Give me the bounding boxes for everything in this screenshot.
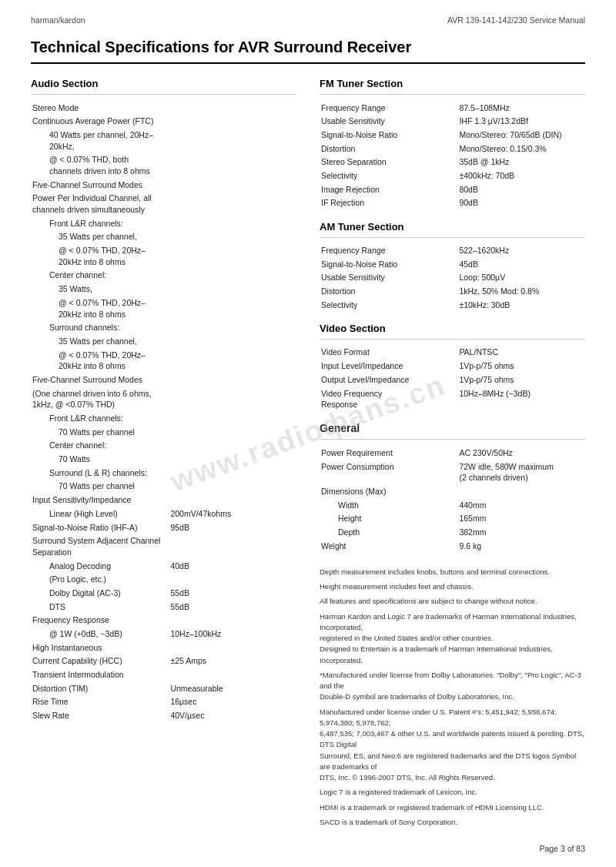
right-column: FM Tuner Section Frequency Range 87.5–10… <box>320 78 585 832</box>
spec-label: Surround (L & R) channels: <box>31 466 169 480</box>
table-row: 70 Watts per channel <box>31 425 296 439</box>
table-row: Five-Channel Surround Modes <box>31 373 296 387</box>
spec-label: @ < 0.07% THD, 20Hz–20kHz into 8 ohms <box>31 296 169 320</box>
left-column: Audio Section Stereo Mode Continuous Ave… <box>31 78 296 832</box>
table-row: Continuous Average Power (FTC) <box>31 115 296 129</box>
spec-label: Signal-to-Noise Ratio (IHF-A) <box>31 521 169 534</box>
table-row: 35 Watts per channel, <box>31 230 296 244</box>
spec-label: Surround System Adjacent Channel Separat… <box>31 534 169 559</box>
spec-value <box>169 244 296 269</box>
general-spec-table: Power Requirement AC 230V/50Hz Power Con… <box>320 446 585 553</box>
spec-label: @ < 0.07% THD, both channels driven into… <box>31 153 169 178</box>
spec-value <box>169 230 296 244</box>
spec-label: Dimensions (Max) <box>320 484 457 498</box>
spec-value: PAL/NTSC <box>457 346 585 360</box>
spec-label: Center channel: <box>31 269 169 283</box>
spec-label: Width <box>320 498 457 512</box>
table-row: Stereo Mode <box>31 101 296 115</box>
table-row: Center channel: <box>31 269 296 283</box>
spec-label: Surround channels: <box>31 321 169 335</box>
fm-tuner-spec-table: Frequency Range 87.5–108MHz Usable Sensi… <box>320 101 585 210</box>
spec-label: (One channel driven into 6 ohms, 1kHz, @… <box>31 387 169 411</box>
footnote-4: Harman Kardon and Logic 7 are trademarks… <box>320 611 585 666</box>
table-row: (Pro Logic, etc.) <box>31 573 296 587</box>
table-row: Distortion 1kHz, 50% Mod: 0.8% <box>320 285 585 299</box>
spec-value <box>169 115 296 129</box>
spec-label: Frequency Range <box>320 244 457 258</box>
spec-value <box>169 153 296 178</box>
spec-value: 9.6 kg <box>457 539 585 553</box>
footnote-5: *Manufactured under license from Dolby L… <box>320 670 585 703</box>
spec-label: @ < 0.07% THD, 20Hz–20kHz into 8 ohms <box>31 244 169 269</box>
page-header: harman/kardon AVR 139-141-142/230 Servic… <box>31 15 585 25</box>
table-row: DTS 55dB <box>31 600 296 614</box>
spec-value <box>169 269 296 283</box>
table-row: @ < 0.07% THD, 20Hz–20kHz into 8 ohms <box>31 296 296 320</box>
spec-label: 70 Watts <box>31 453 169 467</box>
table-row: Rise Time 16µsec <box>31 695 296 709</box>
table-row: Front L&R channels: <box>31 412 296 426</box>
spec-label: Analog Decoding <box>31 559 169 573</box>
video-spec-table: Video Format PAL/NTSC Input Level/Impeda… <box>320 346 585 411</box>
table-row: Usable Sensitivity Loop: 500µV <box>320 271 585 285</box>
spec-value: 90dB <box>457 196 585 210</box>
table-row: Current Capability (HCC) ±25 Amps <box>31 654 296 668</box>
table-row: Stereo Separation 35dB @ 1kHz <box>320 156 585 169</box>
footnote-7: Logic 7 is a registered trademark of Lex… <box>320 787 585 798</box>
table-row: Slew Rate 40V/µsec <box>31 709 296 723</box>
spec-value <box>169 101 296 115</box>
spec-label: Front L&R channels: <box>31 412 169 426</box>
spec-value <box>169 439 296 453</box>
spec-value <box>457 484 585 498</box>
spec-label: Front L&R channels: <box>31 216 169 230</box>
spec-value: 55dB <box>169 600 296 614</box>
table-row: @ < 0.07% THD, 20Hz–20kHz into 8 ohms <box>31 348 296 373</box>
spec-value: 45dB <box>457 257 585 271</box>
table-row: Output Level/Impedance 1Vp-p/75 ohms <box>320 373 585 387</box>
spec-value <box>169 614 296 628</box>
spec-value: Loop: 500µV <box>457 271 585 285</box>
table-row: Video FrequencyResponse 10Hz–8MHz (−3dB) <box>320 387 585 411</box>
page-number: Page 3 of 83 <box>539 844 585 853</box>
spec-label: 35 Watts per channel, <box>31 230 169 244</box>
table-row: Signal-to-Noise Ratio 45dB <box>320 257 585 271</box>
spec-value <box>169 412 296 426</box>
spec-label: High Instantaneous <box>31 641 169 654</box>
footnote-6: Manufactured under license under U.S. Pa… <box>320 707 585 784</box>
spec-value <box>169 216 296 230</box>
spec-value <box>169 573 296 587</box>
spec-label: 35 Watts per channel, <box>31 334 169 348</box>
page-footer: Page 3 of 83 <box>539 844 585 853</box>
footnote-2: Height measurement includes feet and cha… <box>320 581 585 592</box>
spec-label: 70 Watts per channel <box>31 425 169 439</box>
spec-label: Current Capability (HCC) <box>31 654 169 668</box>
spec-label: Signal-to-Noise Ratio <box>320 128 457 142</box>
table-row: Center channel: <box>31 439 296 453</box>
spec-value <box>169 178 296 192</box>
spec-value: ±400kHz: 70dB <box>457 169 585 182</box>
spec-value: 1kHz, 50% Mod: 0.8% <box>457 285 585 299</box>
spec-label: Selectivity <box>320 169 457 182</box>
spec-value <box>169 373 296 387</box>
spec-value <box>169 466 296 480</box>
page-title: Technical Specifications for AVR Surroun… <box>31 38 585 64</box>
table-row: Front L&R channels: <box>31 216 296 230</box>
table-row: Power Per Individual Channel, all channe… <box>31 192 296 216</box>
spec-label: Rise Time <box>31 695 169 709</box>
audio-section-title: Audio Section <box>31 78 296 89</box>
spec-value <box>169 348 296 373</box>
spec-label: Power Consumption <box>320 460 457 484</box>
footnote-8: HDMI is a trademark or registered tradem… <box>320 802 585 813</box>
spec-label: Distortion <box>320 285 457 299</box>
spec-value <box>169 425 296 439</box>
brand-name: harman/kardon <box>31 15 85 25</box>
general-section-title: General <box>320 422 585 434</box>
table-row: Video Format PAL/NTSC <box>320 346 585 360</box>
table-row: Selectivity ±10kHz: 30dB <box>320 298 585 312</box>
spec-value: AC 230V/50Hz <box>457 446 585 460</box>
spec-value: Mono/Stereo: 70/65dB (DIN) <box>457 128 585 142</box>
table-row: (One channel driven into 6 ohms, 1kHz, @… <box>31 387 296 411</box>
spec-value: 1Vp-p/75 ohms <box>457 373 585 387</box>
table-row: Signal-to-Noise Ratio (IHF-A) 95dB <box>31 521 296 534</box>
spec-label: Usable Sensitivity <box>320 271 457 285</box>
